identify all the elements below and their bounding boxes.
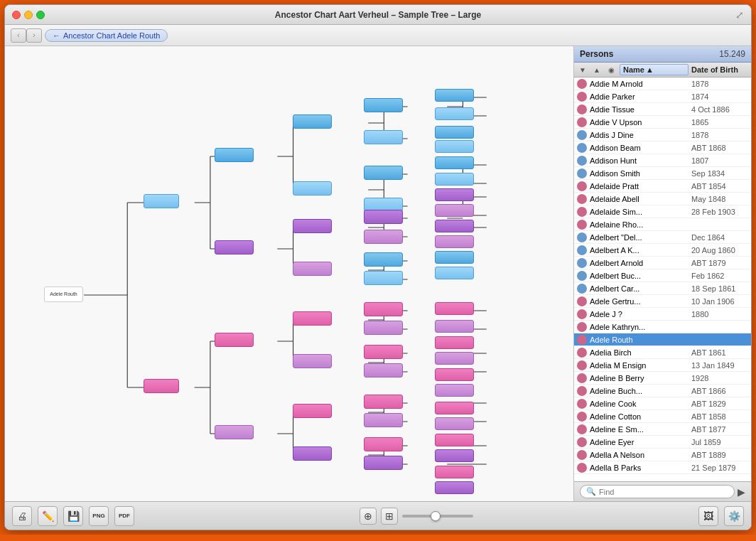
tree-node[interactable]	[435, 173, 474, 186]
list-item[interactable]: Adelaine Rho...	[574, 218, 751, 231]
tree-node[interactable]	[215, 148, 254, 162]
list-item[interactable]: Adelbert Buc...Feb 1862	[574, 269, 751, 282]
list-item[interactable]: Adele Routh	[574, 333, 751, 346]
tree-node[interactable]	[364, 395, 403, 409]
tree-node[interactable]	[364, 271, 403, 285]
tree-node[interactable]	[364, 98, 403, 112]
tree-node[interactable]	[293, 311, 332, 326]
tree-node[interactable]	[435, 107, 474, 120]
tree-node[interactable]	[293, 354, 332, 368]
tree-node[interactable]	[435, 251, 474, 264]
list-item[interactable]: Adeline Buch...ABT 1866	[574, 385, 751, 397]
tree-node[interactable]	[435, 352, 474, 365]
tree-node[interactable]	[215, 333, 254, 347]
tree-node[interactable]	[435, 402, 474, 414]
list-item[interactable]: Adelbert ArnoldABT 1879	[574, 257, 751, 269]
list-item[interactable]: Adele Gertru...10 Jan 1906	[574, 295, 751, 308]
list-item[interactable]: Adelbert A K...20 Aug 1860	[574, 244, 751, 257]
col-dob-header[interactable]: Date of Birth	[691, 65, 748, 74]
print-button[interactable]: 🖨	[12, 506, 32, 526]
tree-node[interactable]	[364, 363, 403, 377]
list-item[interactable]: Addison SmithSep 1834	[574, 167, 751, 180]
zoom-thumb[interactable]	[431, 511, 441, 521]
zoom-slider[interactable]	[402, 515, 473, 518]
col-name-header[interactable]: Name ▲	[620, 64, 688, 75]
tree-node[interactable]	[293, 181, 332, 195]
tree-node[interactable]	[435, 156, 474, 169]
tree-node[interactable]	[435, 481, 474, 494]
tree-node[interactable]	[435, 140, 474, 153]
list-item[interactable]: Adelaide Sim...28 Feb 1903	[574, 205, 751, 218]
tree-node-root[interactable]: Adele Routh	[44, 286, 83, 302]
tree-node[interactable]	[293, 262, 332, 276]
list-item[interactable]: Addie Tissue4 Oct 1886	[574, 103, 751, 116]
persons-list[interactable]: Addie M Arnold1878Addie Parker1874Addie …	[574, 77, 751, 481]
tree-node[interactable]	[364, 130, 403, 144]
maximize-button[interactable]	[36, 11, 45, 19]
list-item[interactable]: Addis J Dine1878	[574, 129, 751, 141]
tree-node[interactable]	[364, 321, 403, 335]
tree-node[interactable]	[435, 336, 474, 349]
list-item[interactable]: Addie Parker1874	[574, 90, 751, 103]
tree-node[interactable]	[215, 240, 254, 255]
list-item[interactable]: Adelbert "Del...Dec 1864	[574, 231, 751, 244]
export-pdf-button[interactable]: PDF	[114, 506, 134, 526]
list-item[interactable]: Addison Hunt1807	[574, 154, 751, 167]
tree-node[interactable]	[293, 219, 332, 233]
breadcrumb[interactable]: ← Ancestor Chart Adele Routh	[45, 29, 168, 42]
back-button[interactable]: ‹	[11, 28, 26, 43]
export-image-button[interactable]: 🖼	[698, 506, 718, 526]
minimize-button[interactable]	[24, 11, 33, 19]
save-button[interactable]: 💾	[63, 506, 83, 526]
tree-node[interactable]	[435, 302, 474, 315]
search-box[interactable]: 🔍	[580, 485, 735, 498]
tree-node[interactable]	[435, 368, 474, 381]
list-item[interactable]: Adelaide AbellMay 1848	[574, 193, 751, 205]
tree-node[interactable]	[435, 449, 474, 462]
tree-node[interactable]	[435, 434, 474, 446]
list-item[interactable]: Adele J ?1880	[574, 308, 751, 321]
list-item[interactable]: Adeline EyerJul 1859	[574, 436, 751, 449]
list-item[interactable]: Adelia BirchABT 1861	[574, 346, 751, 359]
list-item[interactable]: Adeline CottonABT 1858	[574, 410, 751, 423]
tree-node[interactable]	[144, 194, 179, 208]
tree-node[interactable]	[364, 302, 403, 316]
tree-node[interactable]	[435, 188, 474, 201]
list-item[interactable]: Adelia M Ensign13 Jan 1849	[574, 359, 751, 372]
list-item[interactable]: Addie V Upson1865	[574, 116, 751, 129]
tree-node[interactable]	[364, 345, 403, 359]
search-input[interactable]	[599, 488, 728, 496]
export-png-button[interactable]: PNG	[89, 506, 109, 526]
tree-node[interactable]	[293, 404, 332, 418]
tree-node[interactable]	[435, 89, 474, 102]
tree-node[interactable]	[364, 252, 403, 267]
edit-button[interactable]: ✏️	[38, 506, 58, 526]
settings-button[interactable]: ⚙️	[724, 506, 744, 526]
list-item[interactable]: Addison BeamABT 1868	[574, 141, 751, 154]
list-item[interactable]: Adella A NelsonABT 1889	[574, 449, 751, 461]
list-item[interactable]: Adella B Parks21 Sep 1879	[574, 461, 751, 474]
tree-node[interactable]	[364, 210, 403, 224]
list-item[interactable]: Adeline E Sm...ABT 1877	[574, 423, 751, 436]
list-item[interactable]: Adele Kathryn...	[574, 321, 751, 333]
tree-node[interactable]	[435, 267, 474, 279]
tree-node[interactable]	[364, 437, 403, 451]
list-item[interactable]: Adelbert Car...18 Sep 1861	[574, 282, 751, 295]
tree-node[interactable]	[364, 166, 403, 180]
tree-canvas[interactable]: Adele Routh	[5, 46, 573, 501]
filter-icon[interactable]: ◉	[605, 64, 617, 75]
tree-node[interactable]	[435, 466, 474, 478]
zoom-fit-icon[interactable]: ⊞	[381, 508, 398, 525]
tree-node[interactable]	[435, 235, 474, 248]
zoom-center-icon[interactable]: ⊕	[360, 508, 377, 525]
tree-node[interactable]	[364, 456, 403, 470]
tree-node[interactable]	[435, 417, 474, 430]
tree-node[interactable]	[435, 204, 474, 217]
tree-node[interactable]	[364, 230, 403, 244]
sort-icon-1[interactable]: ▼	[577, 64, 588, 75]
close-button[interactable]	[12, 11, 21, 19]
tree-node[interactable]	[293, 446, 332, 461]
tree-node[interactable]	[435, 126, 474, 139]
tree-node[interactable]	[435, 320, 474, 333]
next-arrow[interactable]: ▶	[738, 486, 745, 498]
